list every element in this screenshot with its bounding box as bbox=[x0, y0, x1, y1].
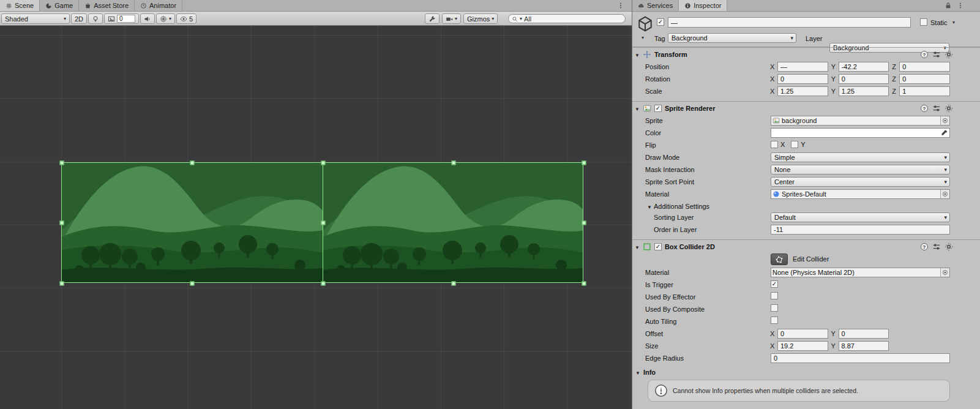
is-trigger-checkbox[interactable] bbox=[771, 280, 778, 288]
scale-y-field[interactable]: 1.25 bbox=[839, 86, 889, 96]
tab-scene[interactable]: Scene bbox=[0, 0, 40, 11]
gameobject-name-field[interactable]: — bbox=[668, 17, 911, 28]
sprite-object-field[interactable]: background bbox=[771, 116, 950, 126]
edge-radius-field[interactable]: 0 bbox=[771, 353, 950, 363]
effects-dropdown[interactable]: ▾ bbox=[156, 13, 175, 24]
sprite-renderer-enabled-checkbox[interactable] bbox=[654, 105, 662, 112]
selection-handle[interactable] bbox=[190, 161, 195, 165]
component-tools-button[interactable] bbox=[425, 13, 440, 24]
position-x-field[interactable]: — bbox=[777, 62, 828, 72]
gear-icon[interactable] bbox=[944, 104, 953, 113]
selection-handle[interactable] bbox=[190, 282, 195, 286]
transform-foldout-icon[interactable] bbox=[635, 51, 640, 58]
rotation-x-field[interactable]: 0 bbox=[777, 74, 828, 84]
selection-handle[interactable] bbox=[582, 161, 586, 165]
gear-icon[interactable] bbox=[944, 50, 953, 59]
additional-settings-foldout-icon[interactable] bbox=[647, 203, 652, 210]
selection-handle[interactable] bbox=[321, 161, 326, 165]
used-by-composite-checkbox[interactable] bbox=[771, 304, 778, 312]
static-checkbox[interactable] bbox=[920, 18, 927, 26]
tag-dropdown[interactable]: Background bbox=[668, 33, 796, 43]
box-collider-header[interactable]: Box Collider 2D bbox=[632, 239, 980, 253]
transform-header[interactable]: Transform bbox=[632, 47, 980, 61]
tab-services[interactable]: Services bbox=[632, 0, 679, 11]
selection-handle[interactable] bbox=[582, 282, 586, 286]
used-by-effector-checkbox[interactable] bbox=[771, 292, 778, 299]
scene-search-field[interactable]: ▾ All bbox=[508, 14, 626, 23]
scale-z-field[interactable]: 1 bbox=[899, 86, 950, 96]
axis-z-label: Z bbox=[892, 75, 897, 83]
collider-material-field[interactable]: None (Physics Material 2D) bbox=[771, 268, 950, 277]
transform-icon bbox=[643, 50, 651, 59]
help-icon[interactable] bbox=[920, 104, 929, 113]
tab-animator[interactable]: Animator bbox=[135, 0, 182, 11]
icon-picker-caret[interactable]: ▾ bbox=[641, 35, 644, 40]
info-header[interactable]: Info bbox=[632, 367, 980, 378]
asset-store-icon bbox=[84, 2, 91, 9]
selection-handle[interactable] bbox=[60, 282, 64, 286]
offset-x-field[interactable]: 0 bbox=[777, 329, 828, 339]
selection-handle[interactable] bbox=[452, 282, 456, 286]
edit-collider-icon bbox=[775, 255, 784, 264]
menu-dots-icon[interactable] bbox=[617, 2, 624, 9]
order-in-layer-field[interactable]: -11 bbox=[771, 225, 950, 235]
tab-inspector[interactable]: Inspector bbox=[679, 0, 727, 11]
presets-icon[interactable] bbox=[932, 242, 941, 251]
auto-tiling-checkbox[interactable] bbox=[771, 317, 778, 324]
tab-asset-store[interactable]: Asset Store bbox=[79, 0, 135, 11]
scene-viewport[interactable] bbox=[0, 26, 632, 409]
flip-y-checkbox[interactable] bbox=[791, 141, 798, 148]
info-foldout-icon[interactable] bbox=[635, 369, 640, 376]
static-dropdown-caret[interactable]: ▾ bbox=[952, 20, 955, 25]
eyedropper-icon[interactable] bbox=[941, 129, 948, 137]
selection-handle[interactable] bbox=[582, 221, 586, 225]
object-picker-icon[interactable] bbox=[940, 268, 949, 277]
size-x-field[interactable]: 19.2 bbox=[777, 341, 828, 351]
selection-handle[interactable] bbox=[321, 221, 326, 225]
chevron-down-icon: ▾ bbox=[64, 17, 66, 21]
shading-mode-dropdown[interactable]: Shaded ▾ bbox=[1, 13, 70, 24]
color-swatch[interactable] bbox=[771, 128, 950, 138]
scene-visibility-button[interactable]: 5 bbox=[176, 13, 196, 24]
selection-handle[interactable] bbox=[452, 161, 456, 165]
tab-game[interactable]: Game bbox=[40, 0, 79, 11]
help-icon[interactable] bbox=[920, 242, 929, 251]
presets-icon[interactable] bbox=[932, 104, 941, 113]
sprite-sort-point-dropdown[interactable]: Center bbox=[771, 177, 950, 187]
box-collider-enabled-checkbox[interactable] bbox=[654, 243, 662, 250]
menu-dots-icon[interactable] bbox=[957, 2, 964, 9]
object-picker-icon[interactable] bbox=[940, 116, 949, 125]
draw-mode-dropdown[interactable]: Simple bbox=[771, 152, 950, 162]
position-y-field[interactable]: -42.2 bbox=[839, 62, 889, 72]
selection-handle[interactable] bbox=[60, 221, 64, 225]
rotation-y-field[interactable]: 0 bbox=[839, 74, 889, 84]
size-y-field[interactable]: 8.87 bbox=[839, 341, 889, 351]
gear-icon[interactable] bbox=[944, 242, 953, 251]
mask-interaction-dropdown[interactable]: None bbox=[771, 165, 950, 174]
lighting-toggle-button[interactable] bbox=[88, 13, 103, 24]
audio-toggle-button[interactable] bbox=[140, 13, 155, 24]
exposure-control[interactable]: 0 bbox=[104, 13, 139, 24]
rotation-z-field[interactable]: 0 bbox=[899, 74, 950, 84]
lock-icon[interactable] bbox=[944, 2, 952, 9]
gizmos-dropdown[interactable]: Gizmos ▾ bbox=[463, 13, 498, 24]
presets-icon[interactable] bbox=[932, 50, 941, 59]
exposure-field[interactable]: 0 bbox=[117, 15, 135, 23]
material-object-field[interactable]: Sprites-Default bbox=[771, 189, 950, 199]
camera-dropdown[interactable]: ▾ bbox=[442, 13, 461, 24]
box-collider-foldout-icon[interactable] bbox=[635, 243, 640, 250]
active-checkbox[interactable] bbox=[657, 18, 664, 26]
flip-x-checkbox[interactable] bbox=[771, 141, 778, 148]
offset-y-field[interactable]: 0 bbox=[839, 329, 889, 339]
sorting-layer-dropdown[interactable]: Default bbox=[771, 212, 950, 222]
position-z-field[interactable]: 0 bbox=[899, 62, 950, 72]
2d-toggle-button[interactable]: 2D bbox=[71, 13, 87, 24]
selection-handle[interactable] bbox=[321, 282, 326, 286]
object-picker-icon[interactable] bbox=[940, 190, 949, 198]
sprite-renderer-header[interactable]: Sprite Renderer bbox=[632, 101, 980, 114]
edit-collider-button[interactable] bbox=[771, 253, 788, 265]
selection-handle[interactable] bbox=[60, 161, 64, 165]
help-icon[interactable] bbox=[920, 50, 929, 59]
scale-x-field[interactable]: 1.25 bbox=[777, 86, 828, 96]
sprite-renderer-foldout-icon[interactable] bbox=[635, 105, 640, 112]
